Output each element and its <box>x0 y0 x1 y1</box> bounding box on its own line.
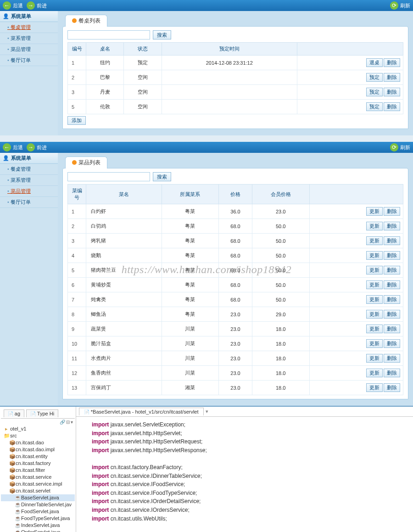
delete-button[interactable]: 删除 <box>384 88 400 96</box>
back-icon[interactable]: ← <box>3 1 11 10</box>
search-input[interactable] <box>67 172 150 181</box>
search-button[interactable]: 搜索 <box>153 172 171 181</box>
tree-item[interactable]: ☕IndexServlet.java <box>1 522 75 529</box>
delete-button[interactable]: 删除 <box>384 369 400 377</box>
back-label[interactable]: 后退 <box>13 144 23 151</box>
sidebar-item[interactable]: 菜系管理 <box>0 175 58 186</box>
back-icon[interactable]: ← <box>3 143 11 151</box>
project-root[interactable]: ▸otel_v1 <box>1 426 75 432</box>
refresh-icon[interactable]: ⟳ <box>390 1 398 10</box>
col-header: 状态 <box>124 43 162 56</box>
action-button[interactable]: 预定 <box>366 88 383 96</box>
table-row: 8鲫鱼汤粤菜23.029.0 更新删除 <box>68 307 403 322</box>
sidebar-item[interactable]: 餐桌管理 <box>0 22 58 33</box>
delete-button[interactable]: 删除 <box>384 325 400 333</box>
search-button[interactable]: 搜索 <box>153 30 171 39</box>
tree-item[interactable]: 📦cn.itcast.service.impl <box>1 481 75 487</box>
tree-item[interactable]: 📦cn.itcast.filter <box>1 467 75 474</box>
back-label[interactable]: 后退 <box>13 2 23 9</box>
link-icon[interactable]: 🔗 <box>60 420 65 425</box>
delete-button[interactable]: 删除 <box>384 207 400 216</box>
collapse-icon[interactable]: ⊟ <box>66 420 70 425</box>
delete-button[interactable]: 删除 <box>384 310 400 319</box>
sidebar-header: 系统菜单 <box>0 153 58 164</box>
action-button[interactable]: 预定 <box>366 102 383 111</box>
update-button[interactable]: 更新 <box>366 280 383 289</box>
update-button[interactable]: 更新 <box>366 325 383 333</box>
tree-item[interactable]: 📦cn.itcast.dao.impl <box>1 446 75 453</box>
menu-icon[interactable]: ▾ <box>71 420 73 425</box>
fwd-icon[interactable]: → <box>27 1 35 10</box>
sidebar-item[interactable]: 餐厅订单 <box>0 55 58 66</box>
update-button[interactable]: 更新 <box>366 236 383 245</box>
delete-button[interactable]: 删除 <box>384 251 400 260</box>
table-row: 10脆汁茄盒川菜23.018.0 更新删除 <box>68 336 403 351</box>
sidebar-item[interactable]: 餐桌管理 <box>0 164 58 175</box>
editor-tab[interactable]: *BaseServlet.java - hotel_v1/src/cn/itca… <box>79 408 204 415</box>
delete-button[interactable]: 删除 <box>384 354 400 363</box>
search-input[interactable] <box>67 30 150 39</box>
fwd-icon[interactable]: → <box>27 143 35 151</box>
sidebar-item[interactable]: 餐厅订单 <box>0 197 58 208</box>
topbar2: ← 后退 → 前进 ⟳ 刷新 <box>0 142 413 153</box>
panel-tab: 菜品列表 <box>65 157 107 168</box>
delete-button[interactable]: 删除 <box>384 73 400 82</box>
delete-button[interactable]: 删除 <box>384 339 400 348</box>
action-button[interactable]: 退桌 <box>366 58 383 67</box>
panel-title: 餐桌列表 <box>78 17 100 24</box>
tree-item[interactable]: ☕FoodTypeServlet.java <box>1 515 75 522</box>
sidebar-item[interactable]: 菜品管理 <box>0 186 58 197</box>
update-button[interactable]: 更新 <box>366 339 383 348</box>
col-header: 预定时间 <box>162 43 297 56</box>
tree-item[interactable]: 📦cn.itcast.servlet <box>1 487 75 494</box>
refresh-icon[interactable]: ⟳ <box>390 143 398 151</box>
update-button[interactable]: 更新 <box>366 222 383 230</box>
app1: 系统菜单 餐桌管理菜系管理菜品管理餐厅订单 餐桌列表 搜索 编号桌名状态预定时间… <box>0 11 413 135</box>
tree-item[interactable]: 📦cn.itcast.dao <box>1 439 75 446</box>
table-row: 7炖禽类粤菜68.050.0 更新删除 <box>68 292 403 307</box>
delete-button[interactable]: 删除 <box>384 383 400 392</box>
tree-item[interactable]: 📦cn.itcast.service <box>1 474 75 481</box>
tree-item[interactable]: ☕BaseServlet.java <box>1 494 75 501</box>
package-explorer: ag Type Hi 🔗 ⊟ ▾ ▸otel_v1 📁src📦cn.itcast… <box>0 407 76 532</box>
refresh-label[interactable]: 刷新 <box>400 144 410 151</box>
view-tab[interactable]: Type Hi <box>26 409 58 417</box>
delete-button[interactable]: 删除 <box>384 102 400 111</box>
delete-button[interactable]: 删除 <box>384 295 400 304</box>
update-button[interactable]: 更新 <box>366 383 383 392</box>
view-tab[interactable]: ag <box>4 409 24 417</box>
sidebar-item[interactable]: 菜系管理 <box>0 33 58 44</box>
delete-button[interactable]: 删除 <box>384 222 400 230</box>
sidebar-item[interactable]: 菜品管理 <box>0 44 58 55</box>
update-button[interactable]: 更新 <box>366 251 383 260</box>
panel2: 搜索 菜编号菜名所属菜系价格会员价格 1白灼虾粤菜36.023.0 更新删除2白… <box>62 168 408 399</box>
col-header: 菜名 <box>86 185 162 204</box>
update-button[interactable]: 更新 <box>366 354 383 363</box>
tree-item[interactable]: 📦cn.itcast.entity <box>1 453 75 460</box>
delete-button[interactable]: 删除 <box>384 280 400 289</box>
delete-button[interactable]: 删除 <box>384 236 400 245</box>
tab-menu-icon[interactable]: ▾ <box>206 409 208 414</box>
refresh-label[interactable]: 刷新 <box>400 2 410 9</box>
col-header <box>309 185 403 204</box>
update-button[interactable]: 更新 <box>366 266 383 274</box>
col-header <box>297 43 403 56</box>
tree-item[interactable]: ☕OrderServlet.java <box>1 529 75 532</box>
update-button[interactable]: 更新 <box>366 207 383 216</box>
fwd-label[interactable]: 前进 <box>37 2 47 9</box>
tree-item[interactable]: 📁src <box>1 432 75 439</box>
tree-item[interactable]: 📦cn.itcast.factory <box>1 460 75 467</box>
action-button[interactable]: 预定 <box>366 73 383 82</box>
tree-item[interactable]: ☕FoodServlet.java <box>1 508 75 515</box>
update-button[interactable]: 更新 <box>366 295 383 304</box>
add-button[interactable]: 添加 <box>67 116 86 125</box>
tree-item[interactable]: ☕DinnerTableServlet.jav <box>1 501 75 508</box>
delete-button[interactable]: 删除 <box>384 58 400 67</box>
code-area[interactable]: import javax.servlet.ServletException; i… <box>76 417 413 532</box>
delete-button[interactable]: 删除 <box>384 266 400 274</box>
col-header: 所属菜系 <box>162 185 219 204</box>
update-button[interactable]: 更新 <box>366 369 383 377</box>
col-header: 会员价格 <box>252 185 309 204</box>
update-button[interactable]: 更新 <box>366 310 383 319</box>
fwd-label[interactable]: 前进 <box>37 144 47 151</box>
